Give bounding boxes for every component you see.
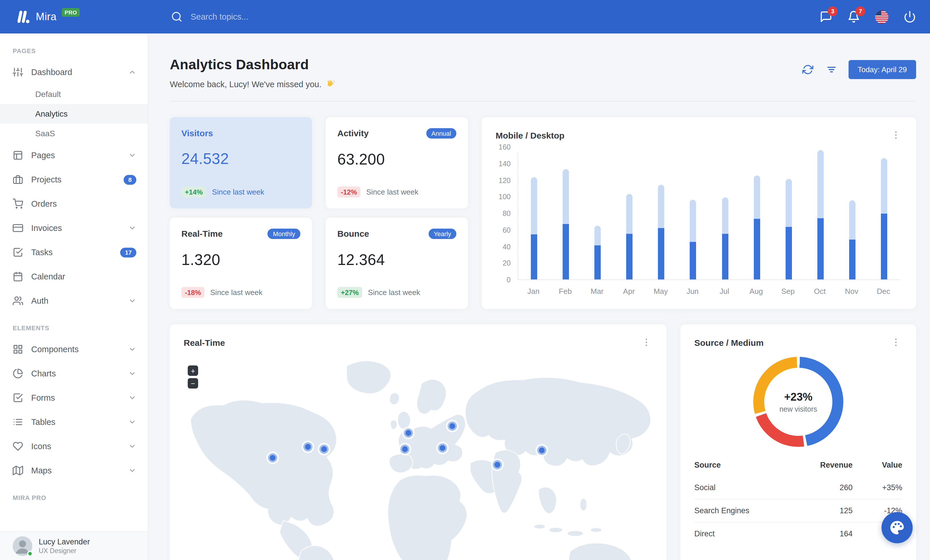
chevron-down-icon — [128, 394, 136, 402]
chevron-down-icon — [128, 297, 136, 305]
bar-oct — [818, 150, 824, 280]
sidebar-item-label: Pages — [31, 151, 120, 160]
map-icon — [13, 465, 23, 476]
refresh-button[interactable] — [801, 63, 814, 76]
search-box — [148, 11, 328, 23]
chevron-down-icon — [128, 418, 136, 426]
bar-apr — [627, 194, 633, 279]
search-input[interactable] — [189, 12, 328, 22]
realtime-map-card: Real-Time — [170, 324, 667, 560]
sidebar-item-label: Calendar — [31, 272, 136, 281]
today-button[interactable]: Today: April 29 — [848, 60, 916, 79]
sidebar-item-invoices[interactable]: Invoices — [0, 216, 148, 240]
users-icon — [13, 296, 23, 306]
chevron-down-icon — [128, 151, 136, 160]
sidebar-item-pages[interactable]: Pages — [0, 143, 148, 167]
bar-jun — [690, 200, 696, 279]
sign-out-button[interactable] — [904, 11, 916, 23]
sidebar-nav: PAGESDashboardDefaultAnalyticsSaaSPagesP… — [0, 34, 148, 531]
x-axis-tick-label: Dec — [868, 287, 899, 297]
sidebar-item-maps[interactable]: Maps — [0, 459, 148, 483]
stat-caption: Since last week — [366, 188, 419, 196]
user-role: UX Designer — [39, 547, 90, 554]
sidebar-subitem-default[interactable]: Default — [0, 84, 148, 104]
bar-aug — [753, 176, 760, 279]
stat-period-badge[interactable]: Yearly — [429, 229, 456, 239]
y-axis-tick-label: 120 — [496, 176, 511, 184]
sliders-icon — [13, 67, 23, 77]
sidebar-item-projects[interactable]: Projects8 — [0, 167, 148, 192]
sidebar-item-auth[interactable]: Auth — [0, 288, 148, 313]
page-title: Analytics Dashboard — [170, 57, 335, 73]
stat-caption: Since last week — [210, 288, 263, 297]
visitors-stat-card: Visitors24.532+14%Since last week — [170, 117, 312, 209]
card-menu-button[interactable] — [890, 336, 902, 349]
y-axis-tick-label: 140 — [496, 160, 511, 168]
card-menu-button[interactable] — [890, 129, 902, 141]
sidebar-item-label: Orders — [31, 199, 136, 209]
credit-card-icon — [13, 223, 23, 233]
sidebar-item-forms[interactable]: Forms — [0, 386, 148, 410]
wave-emoji-icon — [325, 79, 335, 89]
card-menu-button[interactable] — [640, 336, 653, 349]
bar-may — [658, 185, 665, 279]
calendar-icon — [13, 272, 23, 282]
x-axis-tick-label: Nov — [836, 287, 868, 297]
x-axis-tick-label: Apr — [613, 287, 645, 297]
navbar-actions: 3 7 — [820, 10, 930, 23]
sidebar-item-label: Forms — [31, 393, 120, 402]
stats-grid: Visitors24.532+14%Since last weekActivit… — [170, 117, 468, 309]
filter-icon — [826, 64, 837, 75]
map-zoom-in-button[interactable]: + — [188, 365, 198, 376]
sidebar-item-label: Tables — [31, 417, 120, 427]
revenue-cell: 125 — [797, 499, 853, 522]
power-icon — [904, 11, 916, 23]
sidebar-item-label: Components — [31, 345, 120, 354]
sidebar-item-icons[interactable]: Icons — [0, 434, 148, 459]
search-icon — [171, 11, 183, 23]
sidebar: PAGESDashboardDefaultAnalyticsSaaSPagesP… — [0, 34, 148, 560]
sidebar-item-calendar[interactable]: Calendar — [0, 264, 148, 288]
map-zoom-out-button[interactable]: − — [188, 378, 198, 388]
sidebar-subitem-saas[interactable]: SaaS — [0, 124, 148, 143]
donut-center-value: +23% — [784, 391, 813, 403]
sidebar-item-label: Icons — [31, 442, 120, 451]
table-row: Search Engines125-12% — [694, 499, 902, 522]
stat-delta-chip: -18% — [182, 287, 205, 298]
mira-logo-icon — [15, 9, 31, 25]
donut-center-sublabel: new visitors — [779, 405, 818, 413]
real-time-stat-card: Real-TimeMonthly1.320-18%Since last week — [170, 218, 312, 309]
chevron-down-icon — [128, 345, 136, 353]
visitor-map-marker — [536, 444, 548, 456]
filter-button[interactable] — [825, 63, 838, 76]
x-axis-tick-label: May — [645, 287, 677, 297]
card-title: Real-Time — [184, 338, 225, 347]
stat-period-badge[interactable]: Annual — [426, 128, 456, 138]
bar-feb — [563, 169, 569, 279]
stat-period-badge[interactable]: Monthly — [268, 229, 300, 239]
sidebar-item-label: Charts — [31, 369, 120, 378]
card-title: Mobile / Desktop — [496, 130, 564, 140]
y-axis-tick-label: 160 — [496, 143, 511, 151]
sidebar-item-label: Invoices — [31, 223, 120, 233]
language-button[interactable] — [875, 10, 888, 23]
notifications-button[interactable]: 7 — [847, 11, 860, 23]
theme-settings-fab[interactable] — [881, 512, 913, 543]
list-icon — [13, 417, 23, 427]
sidebar-item-tables[interactable]: Tables — [0, 410, 148, 434]
x-axis-tick-label: Oct — [804, 287, 836, 297]
messages-button[interactable]: 3 — [820, 11, 832, 23]
sidebar-item-orders[interactable]: Orders — [0, 192, 148, 216]
more-vertical-icon — [891, 130, 901, 140]
sidebar-item-tasks[interactable]: Tasks17 — [0, 240, 148, 264]
sidebar-item-components[interactable]: Components — [0, 337, 148, 361]
palette-icon — [889, 520, 905, 536]
sidebar-item-charts[interactable]: Charts — [0, 361, 148, 386]
x-axis-tick-label: Jul — [708, 287, 740, 297]
brand[interactable]: Mira PRO — [0, 9, 148, 25]
sidebar-subitem-analytics[interactable]: Analytics — [0, 104, 148, 124]
sidebar-user[interactable]: Lucy Lavender UX Designer — [0, 531, 148, 560]
us-flag-icon — [875, 10, 888, 23]
sidebar-item-dashboard[interactable]: Dashboard — [0, 60, 148, 84]
stat-caption: Since last week — [368, 288, 420, 297]
